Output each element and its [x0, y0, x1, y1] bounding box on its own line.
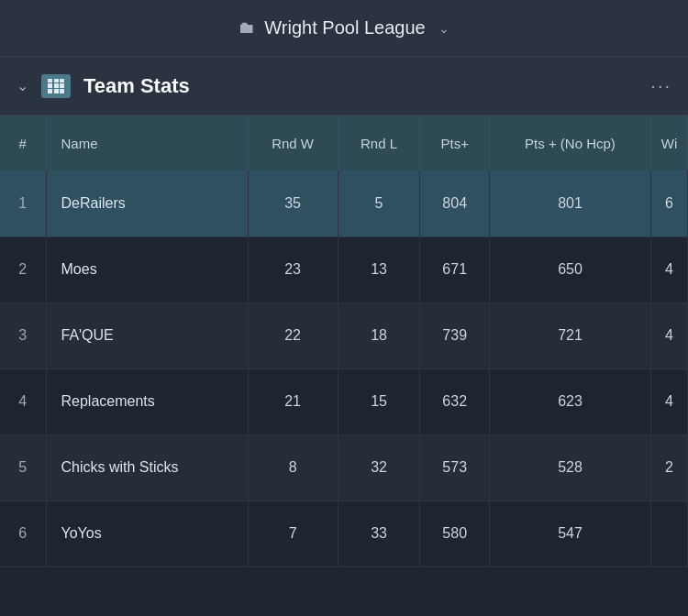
league-selector[interactable]: 🖿 Wright Pool League ⌄: [239, 17, 449, 38]
cell-wi: 4: [651, 236, 688, 302]
table-row: 5Chicks with Sticks8325735282: [0, 434, 688, 500]
col-rnd-w: Rnd W: [248, 116, 338, 170]
cell-rank: 3: [0, 302, 46, 368]
table-row: 1DeRailers3558048016: [0, 170, 688, 236]
cell-rnd_l: 15: [338, 368, 420, 434]
cell-rank: 6: [0, 500, 46, 566]
cell-pts_plus: 671: [420, 236, 490, 302]
cell-rnd_w: 8: [248, 434, 338, 500]
collapse-icon[interactable]: ⌄: [17, 77, 28, 94]
chevron-down-icon: ⌄: [438, 21, 449, 36]
cell-rnd_w: 7: [248, 500, 338, 566]
cell-wi: 4: [651, 368, 688, 434]
cell-rnd_w: 35: [248, 170, 338, 236]
cell-wi: 2: [651, 434, 688, 500]
cell-rnd_w: 23: [248, 236, 338, 302]
top-bar: 🖿 Wright Pool League ⌄: [0, 0, 688, 57]
section-header: ⌄ Team Stats ···: [0, 57, 688, 116]
cell-rnd_l: 18: [338, 302, 420, 368]
cell-rnd_l: 13: [338, 236, 420, 302]
col-pts-plus: Pts+: [420, 116, 490, 170]
cell-pts_no_hcp: 801: [489, 170, 650, 236]
cell-pts_plus: 632: [420, 368, 490, 434]
table-header-row: # Name Rnd W Rnd L Pts+ Pts + (No Hcp) W…: [0, 116, 688, 170]
cell-name: Replacements: [46, 368, 248, 434]
col-name: Name: [46, 116, 248, 170]
col-rnd-l: Rnd L: [338, 116, 420, 170]
cell-name: DeRailers: [46, 170, 248, 236]
cell-wi: 6: [651, 170, 688, 236]
cell-pts_plus: 739: [420, 302, 490, 368]
more-options-icon[interactable]: ···: [650, 75, 671, 96]
cell-name: Chicks with Sticks: [46, 434, 248, 500]
section-title: Team Stats: [83, 74, 650, 98]
folder-icon: 🖿: [239, 18, 255, 38]
cell-rank: 5: [0, 434, 46, 500]
table-row: 2Moes23136716504: [0, 236, 688, 302]
cell-pts_plus: 580: [420, 500, 490, 566]
table-row: 3FA'QUE22187397214: [0, 302, 688, 368]
cell-rnd_w: 22: [248, 302, 338, 368]
cell-rnd_l: 33: [338, 500, 420, 566]
table-row: 6YoYos733580547: [0, 500, 688, 566]
col-wi: Wi: [651, 116, 688, 170]
cell-rank: 4: [0, 368, 46, 434]
cell-pts_no_hcp: 650: [489, 236, 650, 302]
col-rank: #: [0, 116, 46, 170]
cell-name: YoYos: [46, 500, 248, 566]
team-stats-table: # Name Rnd W Rnd L Pts+ Pts + (No Hcp) W…: [0, 116, 688, 567]
cell-rnd_l: 32: [338, 434, 420, 500]
cell-pts_plus: 573: [420, 434, 490, 500]
cell-name: FA'QUE: [46, 302, 248, 368]
cell-pts_plus: 804: [420, 170, 490, 236]
cell-name: Moes: [46, 236, 248, 302]
cell-rank: 2: [0, 236, 46, 302]
cell-rank: 1: [0, 170, 46, 236]
cell-pts_no_hcp: 528: [489, 434, 650, 500]
table-row: 4Replacements21156326234: [0, 368, 688, 434]
col-pts-no-hcp: Pts + (No Hcp): [489, 116, 650, 170]
league-name: Wright Pool League: [264, 17, 425, 38]
table-icon: [41, 74, 71, 98]
cell-rnd_l: 5: [338, 170, 420, 236]
cell-rnd_w: 21: [248, 368, 338, 434]
cell-pts_no_hcp: 623: [489, 368, 650, 434]
cell-wi: 4: [651, 302, 688, 368]
cell-wi: [651, 500, 688, 566]
cell-pts_no_hcp: 721: [489, 302, 650, 368]
cell-pts_no_hcp: 547: [489, 500, 650, 566]
